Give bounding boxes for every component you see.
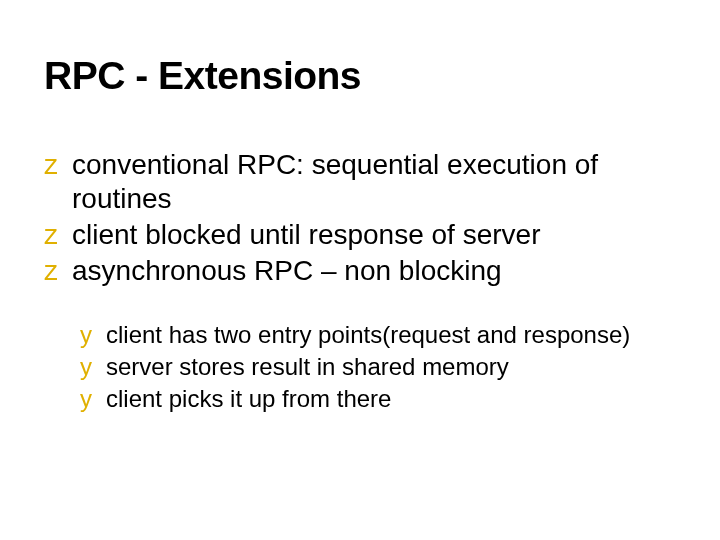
list-item: y client picks it up from there (80, 384, 660, 414)
bullet-text: client has two entry points(request and … (106, 320, 630, 350)
bullet-marker: y (80, 352, 106, 382)
bullet-text: conventional RPC: sequential execution o… (72, 148, 660, 216)
bullet-text: server stores result in shared memory (106, 352, 509, 382)
bullet-list-level1: z conventional RPC: sequential execution… (44, 148, 660, 290)
bullet-marker: y (80, 320, 106, 350)
list-item: z client blocked until response of serve… (44, 218, 660, 252)
bullet-marker: z (44, 148, 72, 182)
bullet-text: asynchronous RPC – non blocking (72, 254, 502, 288)
list-item: z conventional RPC: sequential execution… (44, 148, 660, 216)
bullet-marker: z (44, 218, 72, 252)
slide: RPC - Extensions z conventional RPC: seq… (0, 0, 720, 540)
bullet-marker: z (44, 254, 72, 288)
bullet-list-level2: y client has two entry points(request an… (80, 320, 660, 416)
bullet-text: client blocked until response of server (72, 218, 540, 252)
slide-title: RPC - Extensions (44, 54, 361, 98)
list-item: y server stores result in shared memory (80, 352, 660, 382)
bullet-marker: y (80, 384, 106, 414)
list-item: y client has two entry points(request an… (80, 320, 660, 350)
bullet-text: client picks it up from there (106, 384, 391, 414)
list-item: z asynchronous RPC – non blocking (44, 254, 660, 288)
